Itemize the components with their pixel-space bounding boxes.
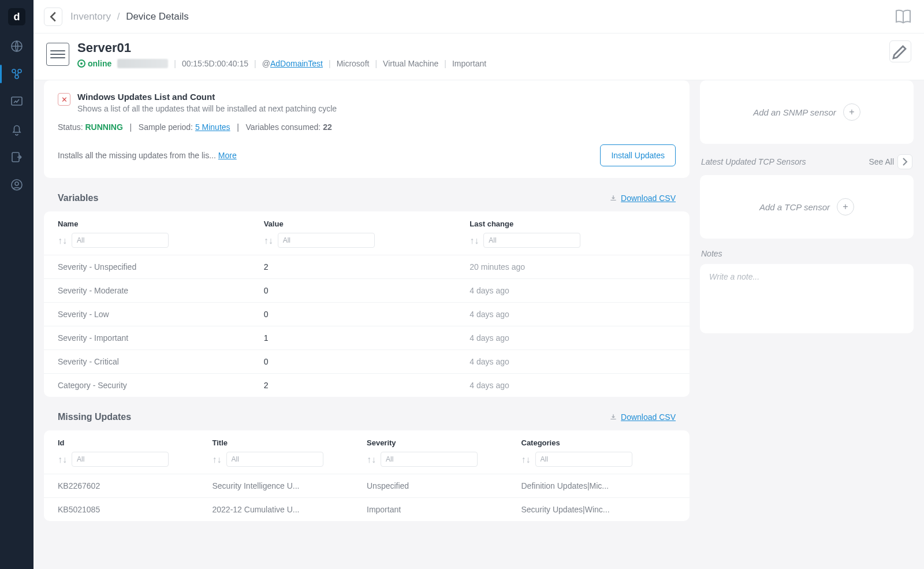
device-meta: online | 00:15:5D:00:40:15 | @AdDomainTe…	[77, 59, 486, 68]
filter-id-input[interactable]	[72, 452, 169, 467]
cell-value: 2	[264, 262, 470, 272]
server-icon	[46, 43, 69, 66]
docs-icon[interactable]	[893, 6, 914, 27]
left-sidebar: d	[0, 0, 33, 569]
device-header: Server01 online | 00:15:5D:00:40:15 | @A…	[33, 34, 924, 80]
see-all-link[interactable]: See All	[869, 154, 912, 169]
table-row: Category - Security24 days ago	[44, 373, 690, 397]
domain-link[interactable]: AdDomainTest	[270, 59, 323, 68]
cell-value: 0	[264, 357, 470, 366]
missing-table: Id Title Severity Categories ↑↓ ↑↓ ↑↓ ↑↓…	[44, 430, 690, 521]
cell-name: Severity - Low	[58, 310, 264, 319]
notes-input[interactable]	[709, 272, 904, 325]
cell-name: Category - Security	[58, 381, 264, 390]
filter-name-input[interactable]	[72, 233, 169, 248]
cell-last-change: 20 minutes ago	[470, 262, 676, 272]
cell-name: Severity - Unspecified	[58, 262, 264, 272]
more-link[interactable]: More	[218, 151, 237, 160]
notes-header: Notes	[700, 249, 914, 258]
breadcrumb-sep: /	[117, 11, 120, 22]
cell-name: Severity - Important	[58, 333, 264, 343]
install-updates-button[interactable]: Install Updates	[600, 144, 676, 166]
col-value: Value	[264, 220, 470, 228]
cell-title: Security Intelligence U...	[213, 481, 367, 490]
add-tcp-button[interactable]: +	[837, 198, 854, 215]
filter-title-input[interactable]	[226, 452, 323, 467]
filter-categories-input[interactable]	[535, 452, 632, 467]
chevron-right-icon	[897, 154, 912, 169]
col-id: Id	[58, 438, 213, 447]
sort-icon[interactable]: ↑↓	[367, 455, 376, 464]
device-name: Server01	[77, 40, 486, 55]
status-online: online	[77, 59, 111, 68]
updates-desc: Shows a list of all the updates that wil…	[77, 104, 337, 113]
install-desc: Installs all the missing updates from th…	[58, 151, 237, 160]
filter-last-input[interactable]	[483, 233, 580, 248]
sample-period-link[interactable]: 5 Minutes	[195, 122, 230, 132]
cell-severity: Important	[367, 505, 521, 514]
back-button[interactable]	[44, 8, 62, 26]
sort-icon[interactable]: ↑↓	[470, 236, 479, 245]
col-last-change: Last change	[470, 220, 676, 228]
cell-value: 0	[264, 310, 470, 319]
table-row: Severity - Critical04 days ago	[44, 349, 690, 373]
col-name: Name	[58, 220, 264, 228]
snmp-add-card: Add an SNMP sensor +	[700, 80, 914, 144]
snmp-add-label: Add an SNMP sensor	[753, 107, 836, 117]
col-severity: Severity	[367, 438, 521, 447]
missing-download-link[interactable]: Download CSV	[609, 412, 676, 422]
tcp-sensors-header: Latest Updated TCP Sensors See All	[700, 154, 914, 169]
svg-rect-4	[12, 97, 22, 105]
sort-icon[interactable]: ↑↓	[58, 236, 67, 245]
updates-card: ✕ Windows Updates List and Count Shows a…	[44, 80, 690, 178]
tcp-add-card: Add a TCP sensor +	[700, 175, 914, 239]
nav-bell-icon[interactable]	[10, 122, 24, 136]
breadcrumb: Inventory / Device Details	[70, 11, 189, 23]
sort-icon[interactable]: ↑↓	[264, 236, 273, 245]
nav-dashboard-icon[interactable]	[10, 95, 24, 109]
variables-table: Name Value Last change ↑↓ ↑↓ ↑↓ Severity…	[44, 211, 690, 397]
cell-name: Severity - Moderate	[58, 286, 264, 295]
svg-point-3	[15, 75, 18, 79]
nav-globe-icon[interactable]	[10, 39, 24, 53]
cell-id: KB2267602	[58, 481, 213, 490]
cell-title: 2022-12 Cumulative U...	[213, 505, 367, 514]
svg-point-7	[15, 182, 18, 185]
sort-icon[interactable]: ↑↓	[58, 455, 67, 464]
variables-section: Variables Download CSV Name Value Last c…	[44, 193, 690, 397]
updates-title: Windows Updates List and Count	[77, 92, 337, 102]
missing-updates-section: Missing Updates Download CSV Id Title Se…	[44, 412, 690, 521]
device-mac: 00:15:5D:00:40:15	[182, 59, 248, 68]
app-logo[interactable]: d	[8, 8, 25, 25]
col-categories: Categories	[521, 438, 676, 447]
cell-last-change: 4 days ago	[470, 381, 676, 390]
cell-last-change: 4 days ago	[470, 310, 676, 319]
cell-last-change: 4 days ago	[470, 357, 676, 366]
cell-severity: Unspecified	[367, 481, 521, 490]
missing-title: Missing Updates	[58, 412, 131, 422]
device-type: Virtual Machine	[383, 59, 438, 68]
variables-title: Variables	[58, 193, 98, 203]
table-row: Severity - Important14 days ago	[44, 326, 690, 349]
breadcrumb-parent[interactable]: Inventory	[70, 11, 111, 22]
nav-inventory-icon[interactable]	[10, 67, 24, 81]
vars-consumed-value: 22	[323, 122, 332, 132]
nav-export-icon[interactable]	[10, 150, 24, 164]
close-icon[interactable]: ✕	[58, 93, 70, 106]
cell-id: KB5021085	[58, 505, 213, 514]
table-row: Severity - Low04 days ago	[44, 302, 690, 326]
filter-severity-input[interactable]	[381, 452, 478, 467]
notes-card	[700, 264, 914, 333]
edit-button[interactable]	[889, 40, 911, 62]
tcp-add-label: Add a TCP sensor	[759, 202, 830, 212]
sort-icon[interactable]: ↑↓	[213, 455, 222, 464]
download-icon	[609, 413, 617, 421]
cell-value: 0	[264, 286, 470, 295]
nav-user-icon[interactable]	[10, 178, 24, 192]
variables-download-link[interactable]: Download CSV	[609, 194, 676, 203]
sort-icon[interactable]: ↑↓	[521, 455, 531, 464]
add-snmp-button[interactable]: +	[843, 103, 860, 121]
filter-value-input[interactable]	[278, 233, 375, 248]
device-vendor: Microsoft	[337, 59, 370, 68]
device-priority: Important	[452, 59, 486, 68]
